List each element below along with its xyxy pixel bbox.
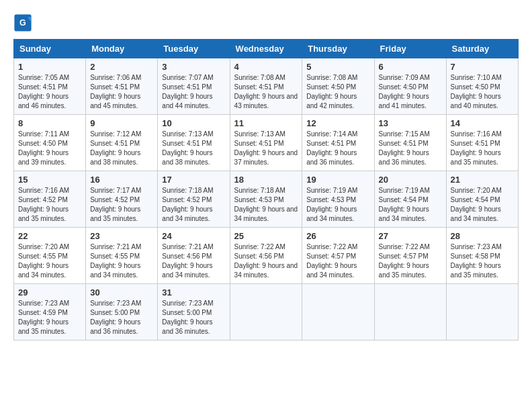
day-number: 20 bbox=[379, 175, 442, 185]
day-info: Sunrise: 7:22 AM Sunset: 4:57 PM Dayligh… bbox=[379, 242, 442, 280]
calendar: SundayMondayTuesdayWednesdayThursdayFrid… bbox=[13, 39, 519, 340]
day-number: 16 bbox=[90, 175, 153, 185]
day-info: Sunrise: 7:23 AM Sunset: 5:00 PM Dayligh… bbox=[162, 299, 225, 336]
calendar-week-5: 29 Sunrise: 7:23 AM Sunset: 4:59 PM Dayl… bbox=[14, 284, 519, 340]
day-number: 17 bbox=[162, 175, 225, 185]
day-info: Sunrise: 7:05 AM Sunset: 4:51 PM Dayligh… bbox=[18, 73, 81, 111]
day-info: Sunrise: 7:12 AM Sunset: 4:51 PM Dayligh… bbox=[90, 130, 153, 167]
day-number: 8 bbox=[18, 118, 81, 128]
day-info: Sunrise: 7:14 AM Sunset: 4:51 PM Dayligh… bbox=[306, 130, 369, 167]
calendar-cell: 1 Sunrise: 7:05 AM Sunset: 4:51 PM Dayli… bbox=[14, 58, 86, 115]
day-info: Sunrise: 7:10 AM Sunset: 4:50 PM Dayligh… bbox=[451, 73, 514, 111]
calendar-body: 1 Sunrise: 7:05 AM Sunset: 4:51 PM Dayli… bbox=[14, 58, 519, 340]
calendar-header-row: SundayMondayTuesdayWednesdayThursdayFrid… bbox=[14, 40, 519, 58]
calendar-cell: 14 Sunrise: 7:16 AM Sunset: 4:51 PM Dayl… bbox=[446, 115, 518, 171]
calendar-cell: 2 Sunrise: 7:06 AM Sunset: 4:51 PM Dayli… bbox=[86, 58, 158, 115]
calendar-cell bbox=[230, 284, 302, 340]
calendar-cell: 4 Sunrise: 7:08 AM Sunset: 4:51 PM Dayli… bbox=[230, 58, 302, 115]
calendar-cell: 24 Sunrise: 7:21 AM Sunset: 4:56 PM Dayl… bbox=[158, 228, 230, 284]
day-number: 23 bbox=[90, 231, 153, 241]
calendar-cell: 28 Sunrise: 7:23 AM Sunset: 4:58 PM Dayl… bbox=[446, 228, 518, 284]
calendar-cell: 21 Sunrise: 7:20 AM Sunset: 4:54 PM Dayl… bbox=[446, 171, 518, 228]
calendar-cell: 5 Sunrise: 7:08 AM Sunset: 4:50 PM Dayli… bbox=[302, 58, 374, 115]
calendar-cell: 23 Sunrise: 7:21 AM Sunset: 4:55 PM Dayl… bbox=[86, 228, 158, 284]
calendar-week-4: 22 Sunrise: 7:20 AM Sunset: 4:55 PM Dayl… bbox=[14, 228, 519, 284]
calendar-cell bbox=[302, 284, 374, 340]
day-number: 5 bbox=[306, 62, 369, 72]
day-info: Sunrise: 7:23 AM Sunset: 4:59 PM Dayligh… bbox=[18, 299, 81, 336]
calendar-cell: 29 Sunrise: 7:23 AM Sunset: 4:59 PM Dayl… bbox=[14, 284, 86, 340]
day-info: Sunrise: 7:23 AM Sunset: 5:00 PM Dayligh… bbox=[90, 299, 153, 336]
calendar-cell: 6 Sunrise: 7:09 AM Sunset: 4:50 PM Dayli… bbox=[374, 58, 446, 115]
day-number: 11 bbox=[234, 118, 298, 128]
day-number: 7 bbox=[451, 62, 514, 72]
calendar-header-saturday: Saturday bbox=[446, 40, 518, 58]
day-number: 14 bbox=[451, 118, 514, 128]
day-number: 24 bbox=[162, 231, 225, 241]
day-number: 9 bbox=[90, 118, 153, 128]
day-info: Sunrise: 7:20 AM Sunset: 4:55 PM Dayligh… bbox=[18, 242, 81, 280]
day-info: Sunrise: 7:21 AM Sunset: 4:56 PM Dayligh… bbox=[162, 242, 225, 280]
calendar-cell: 3 Sunrise: 7:07 AM Sunset: 4:51 PM Dayli… bbox=[158, 58, 230, 115]
calendar-cell: 11 Sunrise: 7:13 AM Sunset: 4:51 PM Dayl… bbox=[230, 115, 302, 171]
calendar-cell: 17 Sunrise: 7:18 AM Sunset: 4:52 PM Dayl… bbox=[158, 171, 230, 228]
day-info: Sunrise: 7:23 AM Sunset: 4:58 PM Dayligh… bbox=[451, 242, 514, 280]
day-number: 25 bbox=[234, 231, 298, 241]
calendar-header-friday: Friday bbox=[374, 40, 446, 58]
day-info: Sunrise: 7:19 AM Sunset: 4:53 PM Dayligh… bbox=[306, 186, 369, 224]
day-number: 27 bbox=[379, 231, 442, 241]
day-info: Sunrise: 7:17 AM Sunset: 4:52 PM Dayligh… bbox=[90, 186, 153, 224]
calendar-cell: 16 Sunrise: 7:17 AM Sunset: 4:52 PM Dayl… bbox=[86, 171, 158, 228]
calendar-cell: 12 Sunrise: 7:14 AM Sunset: 4:51 PM Dayl… bbox=[302, 115, 374, 171]
day-number: 29 bbox=[18, 287, 81, 298]
calendar-cell: 10 Sunrise: 7:13 AM Sunset: 4:51 PM Dayl… bbox=[158, 115, 230, 171]
day-info: Sunrise: 7:18 AM Sunset: 4:52 PM Dayligh… bbox=[162, 186, 225, 224]
day-number: 1 bbox=[18, 62, 81, 72]
day-number: 19 bbox=[306, 175, 369, 185]
calendar-cell bbox=[446, 284, 518, 340]
day-number: 4 bbox=[234, 62, 298, 72]
day-info: Sunrise: 7:15 AM Sunset: 4:51 PM Dayligh… bbox=[379, 130, 442, 167]
logo: G bbox=[13, 13, 35, 32]
day-number: 15 bbox=[18, 175, 81, 185]
day-info: Sunrise: 7:08 AM Sunset: 4:51 PM Dayligh… bbox=[234, 73, 298, 111]
page-header: G bbox=[13, 13, 519, 32]
day-info: Sunrise: 7:11 AM Sunset: 4:50 PM Dayligh… bbox=[18, 130, 81, 167]
calendar-cell: 20 Sunrise: 7:19 AM Sunset: 4:54 PM Dayl… bbox=[374, 171, 446, 228]
day-number: 12 bbox=[306, 118, 369, 128]
calendar-week-1: 1 Sunrise: 7:05 AM Sunset: 4:51 PM Dayli… bbox=[14, 58, 519, 115]
calendar-header-sunday: Sunday bbox=[14, 40, 86, 58]
day-info: Sunrise: 7:13 AM Sunset: 4:51 PM Dayligh… bbox=[162, 130, 225, 167]
calendar-cell: 15 Sunrise: 7:16 AM Sunset: 4:52 PM Dayl… bbox=[14, 171, 86, 228]
day-info: Sunrise: 7:07 AM Sunset: 4:51 PM Dayligh… bbox=[162, 73, 225, 111]
calendar-cell: 18 Sunrise: 7:18 AM Sunset: 4:53 PM Dayl… bbox=[230, 171, 302, 228]
calendar-header-wednesday: Wednesday bbox=[230, 40, 302, 58]
calendar-cell: 30 Sunrise: 7:23 AM Sunset: 5:00 PM Dayl… bbox=[86, 284, 158, 340]
calendar-cell: 19 Sunrise: 7:19 AM Sunset: 4:53 PM Dayl… bbox=[302, 171, 374, 228]
day-number: 28 bbox=[451, 231, 514, 241]
day-number: 13 bbox=[379, 118, 442, 128]
day-info: Sunrise: 7:20 AM Sunset: 4:54 PM Dayligh… bbox=[451, 186, 514, 224]
calendar-cell bbox=[374, 284, 446, 340]
day-number: 2 bbox=[90, 62, 153, 72]
calendar-header-monday: Monday bbox=[86, 40, 158, 58]
calendar-cell: 25 Sunrise: 7:22 AM Sunset: 4:56 PM Dayl… bbox=[230, 228, 302, 284]
day-info: Sunrise: 7:16 AM Sunset: 4:52 PM Dayligh… bbox=[18, 186, 81, 224]
day-number: 10 bbox=[162, 118, 225, 128]
day-info: Sunrise: 7:09 AM Sunset: 4:50 PM Dayligh… bbox=[379, 73, 442, 111]
calendar-cell: 31 Sunrise: 7:23 AM Sunset: 5:00 PM Dayl… bbox=[158, 284, 230, 340]
calendar-week-2: 8 Sunrise: 7:11 AM Sunset: 4:50 PM Dayli… bbox=[14, 115, 519, 171]
day-info: Sunrise: 7:06 AM Sunset: 4:51 PM Dayligh… bbox=[90, 73, 153, 111]
day-number: 31 bbox=[162, 287, 225, 298]
day-info: Sunrise: 7:22 AM Sunset: 4:57 PM Dayligh… bbox=[306, 242, 369, 280]
logo-icon: G bbox=[13, 13, 32, 32]
calendar-cell: 27 Sunrise: 7:22 AM Sunset: 4:57 PM Dayl… bbox=[374, 228, 446, 284]
day-number: 26 bbox=[306, 231, 369, 241]
day-number: 6 bbox=[379, 62, 442, 72]
day-info: Sunrise: 7:08 AM Sunset: 4:50 PM Dayligh… bbox=[306, 73, 369, 111]
calendar-week-3: 15 Sunrise: 7:16 AM Sunset: 4:52 PM Dayl… bbox=[14, 171, 519, 228]
day-info: Sunrise: 7:22 AM Sunset: 4:56 PM Dayligh… bbox=[234, 242, 298, 280]
calendar-header-thursday: Thursday bbox=[302, 40, 374, 58]
calendar-header-tuesday: Tuesday bbox=[158, 40, 230, 58]
day-number: 3 bbox=[162, 62, 225, 72]
